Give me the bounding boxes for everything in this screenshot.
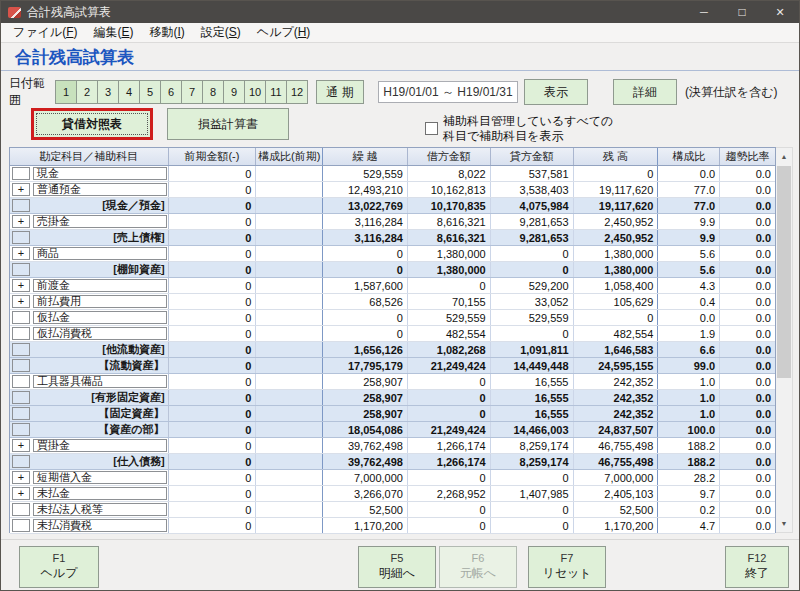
fkey-button-f7[interactable]: F7リセット — [528, 546, 606, 588]
table-row[interactable]: +前払費用068,52670,15533,052105,6290.40.0 — [10, 294, 775, 310]
table-row[interactable]: [棚卸資産]001,380,00001,380,0005.60.0 — [10, 262, 775, 278]
month-button-4[interactable]: 4 — [118, 80, 140, 104]
fkey-button-f1[interactable]: F1ヘルプ — [19, 546, 99, 588]
table-row[interactable]: 現金0529,5598,022537,58100.00.0 — [10, 166, 775, 182]
tab-income-statement[interactable]: 損益計算書 — [167, 108, 289, 140]
month-button-11[interactable]: 11 — [265, 80, 287, 104]
month-button-10[interactable]: 10 — [244, 80, 266, 104]
fkey-action-label: 明細へ — [379, 565, 415, 582]
table-row[interactable]: +前渡金01,587,6000529,2001,058,4004.30.0 — [10, 278, 775, 294]
tab-balance-sheet[interactable]: 貸借対照表 — [31, 108, 153, 140]
amount-cell: 7,000,000 — [323, 470, 408, 485]
table-row[interactable]: 【資産の部】018,054,08621,249,42414,466,00324,… — [10, 422, 775, 438]
subtotal-name: [売上債権] — [32, 230, 169, 245]
table-row[interactable]: 工具器具備品0258,907016,555242,3521.00.0 — [10, 374, 775, 390]
amount-cell: 14,449,448 — [491, 358, 574, 373]
amount-cell: 0.0 — [720, 182, 775, 197]
vertical-scrollbar[interactable]: ▲ ▼ — [776, 147, 793, 533]
expand-toggle[interactable]: + — [12, 439, 30, 452]
closing-entries-note: (決算仕訳を含む) — [685, 84, 778, 101]
menu-item[interactable]: 設定(S) — [193, 22, 249, 43]
month-button-1[interactable]: 1 — [55, 80, 77, 104]
table-row[interactable]: [有形固定資産]0258,907016,555242,3521.00.0 — [10, 390, 775, 406]
amount-cell: 0 — [169, 502, 257, 517]
amount-cell: 0 — [408, 278, 491, 293]
month-button-7[interactable]: 7 — [181, 80, 203, 104]
table-row[interactable]: [仕入債務]039,762,4981,266,1748,259,17446,75… — [10, 454, 775, 470]
column-header: 前期金額(-) — [169, 148, 257, 165]
title-bar: 合計残高試算表 ─ □ ✕ — [1, 1, 799, 23]
table-row[interactable]: [他流動資産]01,656,1261,082,2681,091,8111,646… — [10, 342, 775, 358]
amount-cell — [256, 230, 323, 245]
minimize-icon[interactable]: ─ — [685, 1, 723, 23]
column-header: 構成比 — [658, 148, 720, 165]
amount-cell: 242,352 — [574, 390, 659, 405]
expand-toggle[interactable]: + — [12, 215, 30, 228]
month-button-3[interactable]: 3 — [97, 80, 119, 104]
expand-toggle[interactable]: + — [12, 183, 30, 196]
expand-cell: + — [10, 278, 32, 293]
maximize-icon[interactable]: □ — [723, 1, 761, 23]
menu-item[interactable]: ファイル(F) — [5, 22, 85, 43]
full-period-button[interactable]: 通 期 — [316, 80, 364, 104]
amount-cell: 1,380,000 — [574, 262, 659, 277]
detail-button[interactable]: 詳細 — [613, 79, 677, 105]
amount-cell — [256, 214, 323, 229]
date-range-field[interactable] — [378, 81, 518, 103]
table-row[interactable]: 【固定資産】0258,907016,555242,3521.00.0 — [10, 406, 775, 422]
table-row[interactable]: +売掛金03,116,2848,616,3219,281,6532,450,95… — [10, 214, 775, 230]
account-name-cell: 未払法人税等 — [32, 502, 169, 517]
account-name-cell: 普通預金 — [32, 182, 169, 197]
table-row[interactable]: +短期借入金07,000,000007,000,00028.20.0 — [10, 470, 775, 486]
scrollbar-track[interactable] — [776, 165, 792, 515]
amount-cell: 0 — [574, 166, 659, 181]
scroll-up-icon[interactable]: ▲ — [776, 148, 792, 165]
expand-toggle[interactable]: + — [12, 487, 30, 500]
table-row[interactable]: 【流動資産】017,795,17921,249,42414,449,44824,… — [10, 358, 775, 374]
month-button-2[interactable]: 2 — [76, 80, 98, 104]
amount-cell: 16,555 — [491, 374, 574, 389]
month-button-12[interactable]: 12 — [286, 80, 308, 104]
expand-toggle[interactable]: + — [12, 279, 30, 292]
show-button[interactable]: 表示 — [524, 79, 588, 105]
fkey-button-f12[interactable]: F12終了 — [725, 546, 789, 588]
table-row[interactable]: 未払法人税等052,5000052,5000.20.0 — [10, 502, 775, 518]
amount-cell: 0.2 — [658, 502, 720, 517]
account-name: 商品 — [33, 247, 167, 260]
expand-box — [12, 359, 30, 372]
fkey-action-label: 終了 — [745, 565, 769, 582]
menu-item[interactable]: 編集(E) — [85, 22, 141, 43]
month-button-5[interactable]: 5 — [139, 80, 161, 104]
table-row[interactable]: +未払金03,266,0702,268,9521,407,9852,405,10… — [10, 486, 775, 502]
table-row[interactable]: +商品001,380,00001,380,0005.60.0 — [10, 246, 775, 262]
expand-toggle[interactable]: + — [12, 471, 30, 484]
amount-cell: 46,755,498 — [574, 438, 659, 453]
table-row[interactable]: [売上債権]03,116,2848,616,3219,281,6532,450,… — [10, 230, 775, 246]
column-header: 繰 越 — [323, 148, 408, 165]
table-row[interactable]: 仮払消費税00482,5540482,5541.90.0 — [10, 326, 775, 342]
table-row[interactable]: [現金／預金]013,022,76910,170,8354,075,98419,… — [10, 198, 775, 214]
scrollbar-thumb[interactable] — [777, 166, 791, 378]
account-name-cell: 短期借入金 — [32, 470, 169, 485]
scroll-down-icon[interactable]: ▼ — [776, 515, 792, 532]
menu-item[interactable]: ヘルプ(H) — [249, 22, 319, 43]
fkey-label: F12 — [748, 552, 767, 564]
amount-cell: 0 — [323, 310, 408, 325]
subaccount-checkbox[interactable] — [425, 122, 438, 135]
expand-toggle[interactable]: + — [12, 247, 30, 260]
expand-toggle[interactable]: + — [12, 295, 30, 308]
table-row[interactable]: +普通預金012,493,21010,162,8133,538,40319,11… — [10, 182, 775, 198]
fkey-label: F1 — [53, 552, 66, 564]
amount-cell: 4.3 — [658, 278, 720, 293]
month-button-9[interactable]: 9 — [223, 80, 245, 104]
amount-cell: 0.0 — [720, 486, 775, 501]
table-row[interactable]: +買掛金039,762,4981,266,1748,259,17446,755,… — [10, 438, 775, 454]
month-button-8[interactable]: 8 — [202, 80, 224, 104]
table-row[interactable]: 仮払金00529,559529,55900.00.0 — [10, 310, 775, 326]
month-button-6[interactable]: 6 — [160, 80, 182, 104]
fkey-button-f5[interactable]: F5明細へ — [358, 546, 436, 588]
close-icon[interactable]: ✕ — [761, 1, 799, 23]
table-row[interactable]: 未払消費税01,170,200001,170,2004.70.0 — [10, 518, 775, 534]
amount-cell: 0 — [408, 470, 491, 485]
menu-item[interactable]: 移動(I) — [141, 22, 192, 43]
